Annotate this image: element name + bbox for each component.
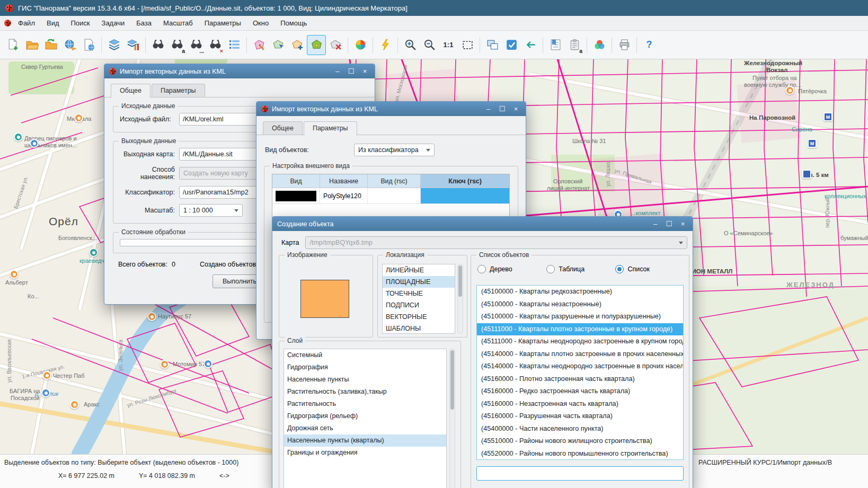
import-map-icon[interactable] xyxy=(41,35,60,55)
apply-icon[interactable] xyxy=(502,35,521,55)
menu-item[interactable]: Окно xyxy=(247,17,274,29)
delete-object-icon[interactable] xyxy=(326,35,345,55)
layer-item[interactable]: Населенные пункты xyxy=(284,374,446,386)
localization-list[interactable]: ЛИНЕЙНЫЕПЛОЩАДНЫЕТОЧЕЧНЫЕПОДПИСИВЕКТОРНЫ… xyxy=(382,264,455,334)
object-log-icon[interactable] xyxy=(546,35,565,55)
object-type-item[interactable]: (45160000 - Разрушенная часть квартала) xyxy=(477,410,683,423)
menu-item[interactable]: Поиск xyxy=(65,17,96,29)
document-globe-icon[interactable] xyxy=(79,35,99,55)
edit-object-icon[interactable] xyxy=(269,35,288,55)
object-type-item[interactable]: (45160000 - Редко застроенная часть квар… xyxy=(477,385,683,398)
tab-parameters[interactable]: Параметры xyxy=(152,84,205,97)
layer-item[interactable]: Дорожная сеть xyxy=(284,422,446,434)
localization-item[interactable]: ВЕКТОРНЫЕ xyxy=(383,311,455,323)
localization-item[interactable]: ШАБЛОНЫ xyxy=(383,323,455,334)
object-type-item[interactable]: (45140000 - Кварталы неоднородно застрое… xyxy=(477,360,683,373)
search-cancel-icon[interactable]: × xyxy=(206,35,225,55)
copy-attributes-icon[interactable]: a xyxy=(565,35,584,55)
help-icon[interactable]: ? xyxy=(640,35,659,55)
dialog2-titlebar[interactable]: Импорт векторных данных из KML – ☐ × xyxy=(256,102,526,116)
menu-item[interactable]: Масштаб xyxy=(157,17,199,29)
add-object-icon[interactable] xyxy=(288,35,307,55)
menu-app-icon[interactable] xyxy=(4,20,11,26)
localization-scrollbar[interactable] xyxy=(457,264,463,334)
open-map-icon[interactable] xyxy=(22,35,41,55)
column-header-vid[interactable]: Вид xyxy=(272,174,320,188)
menu-item[interactable]: База xyxy=(130,17,157,29)
menu-item[interactable]: Параметры xyxy=(199,17,247,29)
object-type-list[interactable]: (45100000 - Кварталы редкозастроенные)(4… xyxy=(476,285,684,460)
style-vid-rsc-cell[interactable] xyxy=(368,188,421,203)
print-icon[interactable] xyxy=(615,35,634,55)
layers-statistics-icon[interactable] xyxy=(123,35,143,55)
close-icon[interactable]: × xyxy=(360,67,370,75)
menu-item[interactable]: Файл xyxy=(12,17,41,29)
scrollbar-thumb[interactable] xyxy=(450,350,454,410)
layer-item[interactable]: Гидрография (рельеф) xyxy=(284,410,446,422)
maximize-icon[interactable]: ☐ xyxy=(346,67,356,75)
localization-item[interactable]: ПОДПИСИ xyxy=(383,299,455,311)
object-type-item[interactable]: (45100000 - Кварталы редкозастроенные) xyxy=(477,286,683,298)
style-key-rsc-cell[interactable] xyxy=(421,188,509,203)
minimize-icon[interactable]: – xyxy=(483,105,493,113)
diagram-icon[interactable] xyxy=(351,35,370,55)
pan-window-icon[interactable] xyxy=(483,35,502,55)
close-icon[interactable]: × xyxy=(511,105,521,113)
view-mode-radio[interactable]: Дерево xyxy=(477,265,546,273)
object-type-item[interactable]: (45140000 - Кварталы плотно застроенные … xyxy=(477,348,683,361)
menu-item[interactable]: Задачи xyxy=(96,17,131,29)
localization-item[interactable]: ПЛОЩАДНЫЕ xyxy=(383,276,455,288)
layer-item[interactable]: Гидрография xyxy=(284,361,446,374)
layer-item[interactable]: Растительность (заливка),такыр xyxy=(284,386,446,398)
maximize-icon[interactable]: ☐ xyxy=(664,220,674,228)
create-object-icon[interactable] xyxy=(250,35,269,55)
scrollbar-thumb[interactable] xyxy=(458,265,462,297)
select-area-icon[interactable] xyxy=(458,35,477,55)
zoom-in-icon[interactable] xyxy=(401,35,420,55)
dialog1-titlebar[interactable]: Импорт векторных данных из KML – ☐ × xyxy=(104,64,375,78)
layer-item[interactable]: Растительность xyxy=(284,398,446,410)
object-type-item[interactable]: (45160000 - Незастроенная часть квартала… xyxy=(477,398,683,411)
search-by-name-icon[interactable]: a xyxy=(167,35,187,55)
zoom-out-icon[interactable] xyxy=(420,35,439,55)
view-mode-radio[interactable]: Список xyxy=(615,265,684,273)
table-row[interactable]: PolyStyle120 xyxy=(272,188,509,204)
tab-general[interactable]: Общее xyxy=(263,121,303,135)
tab-general[interactable]: Общее xyxy=(111,84,150,98)
search-icon[interactable] xyxy=(148,35,167,55)
dialog3-titlebar[interactable]: Создание объекта – ☐ × xyxy=(272,217,693,231)
layer-scrollbar[interactable] xyxy=(449,349,455,488)
localization-item[interactable]: ТОЧЕЧНЫЕ xyxy=(383,288,455,299)
object-type-item[interactable]: (45100000 - Кварталы незастроенные) xyxy=(477,298,683,311)
tab-parameters[interactable]: Параметры xyxy=(304,121,357,136)
object-filter-input[interactable] xyxy=(476,466,684,481)
object-type-item[interactable]: (45160000 - Плотно застроенная часть ква… xyxy=(477,373,683,386)
minimize-icon[interactable]: – xyxy=(332,67,342,75)
menu-item[interactable]: Помощь xyxy=(274,17,313,29)
object-type-item[interactable]: (45100000 - Кварталы разрушенные и полур… xyxy=(477,310,683,323)
view-mode-radio[interactable]: Таблица xyxy=(546,265,615,273)
layer-item[interactable]: Границы и ограждения xyxy=(284,447,446,459)
object-list-icon[interactable] xyxy=(225,35,244,55)
object-type-item[interactable]: (45520000 - Районы нового промышленного … xyxy=(477,448,683,460)
scale-1-1-icon[interactable]: 1:1 xyxy=(439,35,458,55)
undo-icon[interactable] xyxy=(521,35,540,55)
close-icon[interactable]: × xyxy=(678,220,688,228)
map-combo[interactable]: /tmp/tmpBQYqx6.tmp xyxy=(305,236,687,249)
layers-icon[interactable] xyxy=(104,35,123,55)
object-kind-combo[interactable]: Из классификатора xyxy=(354,144,435,156)
layer-item[interactable]: Системный xyxy=(284,349,446,361)
object-type-item[interactable]: (45510000 - Районы нового жилищного стро… xyxy=(477,435,683,448)
style-name-cell[interactable]: PolyStyle120 xyxy=(320,188,368,203)
column-header-key-rsc[interactable]: Ключ (rsc) xyxy=(421,174,509,188)
layer-list[interactable]: СистемныйГидрографияНаселенные пунктыРас… xyxy=(284,349,447,488)
column-header-vid-rsc[interactable]: Вид (rsc) xyxy=(368,174,421,188)
object-type-item[interactable]: (45111000 - Кварталы неоднородно застрое… xyxy=(477,335,683,348)
search-more-icon[interactable]: ... xyxy=(187,35,206,55)
object-type-item[interactable]: (45111000 - Кварталы плотно застроенные … xyxy=(477,323,683,336)
localization-item[interactable]: ЛИНЕЙНЫЕ xyxy=(383,264,455,276)
column-header-name[interactable]: Название xyxy=(320,174,368,188)
color-settings-icon[interactable] xyxy=(590,35,609,55)
object-type-item[interactable]: (45400000 - Части населенного пункта) xyxy=(477,423,683,436)
select-by-type-icon[interactable] xyxy=(307,35,326,55)
